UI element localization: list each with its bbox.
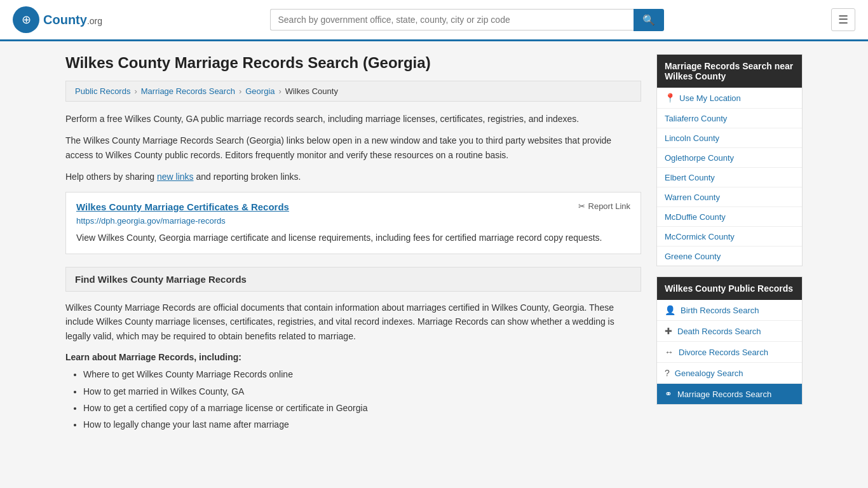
logo-icon: ⊕ — [13, 6, 39, 33]
record-box: Wilkes County Marriage Certificates & Re… — [65, 192, 641, 254]
site-header: ⊕ County.org 🔍 ☰ — [0, 0, 868, 41]
menu-button[interactable]: ☰ — [831, 8, 855, 31]
content-area: Wilkes County Marriage Records Search (G… — [65, 54, 641, 435]
county-mccormick[interactable]: McCormick County — [657, 227, 802, 247]
arrows-icon: ↔ — [665, 347, 674, 357]
learn-title: Learn about Marriage Records, including: — [65, 352, 641, 362]
search-button[interactable]: 🔍 — [634, 9, 664, 31]
find-section-header: Find Wilkes County Marriage Records — [65, 267, 641, 292]
description-3: Help others by sharing new links and rep… — [65, 170, 641, 184]
description-2: The Wilkes County Marriage Records Searc… — [65, 133, 641, 162]
person-icon: 👤 — [665, 305, 675, 315]
county-warren[interactable]: Warren County — [657, 187, 802, 207]
public-records-header: Wilkes County Public Records — [657, 277, 802, 300]
cross-icon: ✚ — [665, 326, 672, 336]
genealogy-item[interactable]: ? Genealogy Search — [657, 363, 802, 384]
use-my-location[interactable]: 📍 Use My Location — [657, 88, 802, 109]
desc3-post: and reporting broken links. — [194, 172, 301, 182]
main-container: Wilkes County Marriage Records Search (G… — [53, 41, 815, 447]
breadcrumb-public-records[interactable]: Public Records — [75, 86, 130, 96]
county-oglethorpe[interactable]: Oglethorpe County — [657, 148, 802, 168]
learn-item-4: How to legally change your last name aft… — [83, 417, 641, 431]
county-greene[interactable]: Greene County — [657, 247, 802, 266]
learn-list: Where to get Wilkes County Marriage Reco… — [65, 367, 641, 432]
sidebar: Marriage Records Search near Wilkes Coun… — [656, 54, 803, 435]
learn-item-1: Where to get Wilkes County Marriage Reco… — [83, 367, 641, 381]
report-link[interactable]: ✂ Report Link — [578, 201, 630, 211]
county-lincoln[interactable]: Lincoln County — [657, 128, 802, 148]
record-box-header: Wilkes County Marriage Certificates & Re… — [76, 201, 630, 212]
scissors-icon: ✂ — [578, 201, 585, 211]
birth-records-item[interactable]: 👤 Birth Records Search — [657, 300, 802, 321]
divorce-records-item[interactable]: ↔ Divorce Records Search — [657, 342, 802, 363]
desc3-pre: Help others by sharing — [65, 172, 157, 182]
page-title: Wilkes County Marriage Records Search (G… — [65, 54, 641, 72]
report-link-label: Report Link — [588, 201, 630, 211]
new-links-link[interactable]: new links — [157, 172, 194, 182]
nearby-records-section: Marriage Records Search near Wilkes Coun… — [656, 54, 803, 266]
record-description: View Wilkes County, Georgia marriage cer… — [76, 231, 630, 245]
record-url[interactable]: https://dph.georgia.gov/marriage-records — [76, 216, 630, 226]
breadcrumb: Public Records › Marriage Records Search… — [65, 81, 641, 102]
logo-area: ⊕ County.org — [13, 6, 102, 33]
search-area: 🔍 — [270, 9, 664, 31]
nearby-section-header: Marriage Records Search near Wilkes Coun… — [657, 55, 802, 88]
death-records-item[interactable]: ✚ Death Records Search — [657, 321, 802, 342]
question-icon: ? — [665, 368, 670, 378]
location-icon: 📍 — [665, 93, 675, 103]
public-records-section: Wilkes County Public Records 👤 Birth Rec… — [656, 276, 803, 405]
county-elbert[interactable]: Elbert County — [657, 168, 802, 187]
breadcrumb-georgia[interactable]: Georgia — [245, 86, 275, 96]
learn-item-2: How to get married in Wilkes County, GA — [83, 384, 641, 398]
search-input[interactable] — [270, 9, 634, 30]
breadcrumb-marriage-records[interactable]: Marriage Records Search — [141, 86, 235, 96]
learn-item-3: How to get a certified copy of a marriag… — [83, 401, 641, 415]
marriage-records-item[interactable]: ⚭ Marriage Records Search — [657, 384, 802, 404]
find-description: Wilkes County Marriage Records are offic… — [65, 301, 641, 343]
marriage-icon: ⚭ — [665, 389, 672, 399]
record-title-link[interactable]: Wilkes County Marriage Certificates & Re… — [76, 201, 289, 212]
breadcrumb-wilkes-county: Wilkes County — [285, 86, 338, 96]
use-my-location-link[interactable]: Use My Location — [679, 93, 741, 103]
county-taliaferro[interactable]: Taliaferro County — [657, 109, 802, 128]
logo-suffix: .org — [87, 16, 102, 26]
description-1: Perform a free Wilkes County, GA public … — [65, 112, 641, 126]
logo-text: County.org — [43, 13, 102, 27]
county-mcduffie[interactable]: McDuffie County — [657, 207, 802, 227]
find-section-title: Find Wilkes County Marriage Records — [75, 274, 247, 285]
